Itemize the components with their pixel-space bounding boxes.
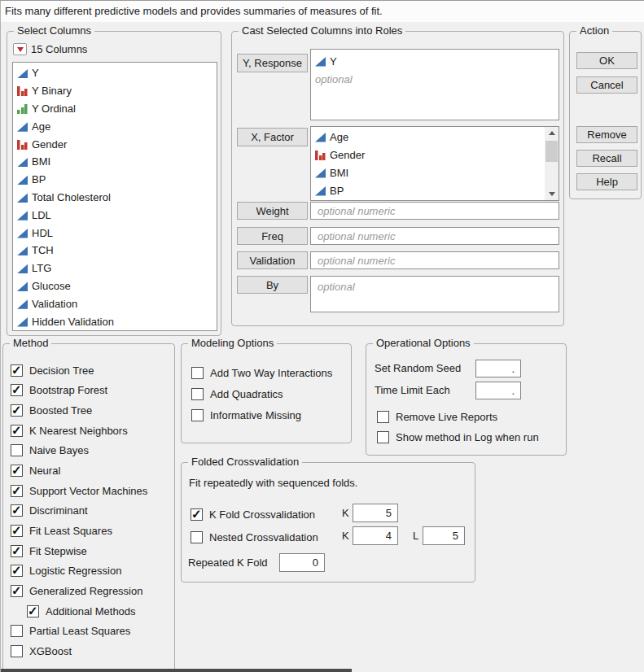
checkbox[interactable] xyxy=(11,645,23,657)
columns-list[interactable]: Y Y Binary Y Ordinal Age Gender BMI BP T… xyxy=(12,62,217,331)
checkbox[interactable] xyxy=(11,565,23,577)
checkbox[interactable] xyxy=(11,545,23,557)
time-limit-input[interactable]: . xyxy=(475,382,521,399)
checkbox[interactable] xyxy=(191,367,204,379)
column-item[interactable]: Validation xyxy=(13,295,217,312)
option-row[interactable]: Show method in Log when run xyxy=(377,431,539,443)
method-row[interactable]: Decision Tree xyxy=(11,364,147,377)
cancel-button[interactable]: Cancel xyxy=(576,76,637,94)
ok-button[interactable]: OK xyxy=(576,52,637,69)
nominal-icon xyxy=(315,150,326,160)
column-item[interactable]: Total Cholesterol xyxy=(13,189,217,207)
nested-checkbox[interactable] xyxy=(191,531,203,543)
role-item[interactable]: Y xyxy=(311,52,559,70)
option-row[interactable]: Remove Live Reports xyxy=(377,411,497,423)
checkbox[interactable] xyxy=(11,404,23,417)
kfold-row[interactable]: K Fold Crossvalidation xyxy=(191,505,315,523)
column-item[interactable]: LTG xyxy=(13,260,217,277)
column-item[interactable]: Gender xyxy=(13,135,217,153)
continuous-icon xyxy=(17,174,28,185)
column-item[interactable]: BMI xyxy=(13,153,217,171)
column-item[interactable]: LDL xyxy=(13,206,217,224)
x-factor-button[interactable]: X, Factor xyxy=(237,128,308,146)
checkbox[interactable] xyxy=(11,364,23,377)
column-item[interactable]: Y xyxy=(13,64,217,82)
column-item[interactable]: BP xyxy=(13,171,217,189)
remove-live-reports-checkbox[interactable] xyxy=(377,411,389,423)
checkbox[interactable] xyxy=(11,465,23,477)
option-row[interactable]: Add Two Way Interactions xyxy=(191,366,332,379)
checkbox[interactable] xyxy=(11,525,23,537)
continuous-icon xyxy=(315,185,326,196)
weight-input[interactable]: optional numeric xyxy=(310,202,559,220)
checkbox[interactable] xyxy=(11,625,23,637)
scroll-thumb[interactable] xyxy=(545,141,558,162)
recall-button[interactable]: Recall xyxy=(576,150,637,167)
method-row[interactable]: Discriminant xyxy=(11,504,147,517)
scrollbar[interactable] xyxy=(545,127,559,200)
method-row[interactable]: Partial Least Squares xyxy=(11,625,147,638)
validation-input[interactable]: optional numeric xyxy=(310,251,559,269)
method-row[interactable]: Boosted Tree xyxy=(11,404,147,417)
role-item[interactable]: Gender xyxy=(311,146,559,164)
column-item[interactable]: HDL xyxy=(13,224,217,242)
random-seed-input[interactable]: . xyxy=(475,360,521,377)
checkbox[interactable] xyxy=(11,425,23,437)
remove-button[interactable]: Remove xyxy=(576,126,637,143)
nested-l-label: L xyxy=(413,527,418,545)
weight-button[interactable]: Weight xyxy=(237,202,308,220)
freq-button[interactable]: Freq xyxy=(237,227,308,245)
column-item[interactable]: Hidden Validation xyxy=(13,312,217,330)
help-button[interactable]: Help xyxy=(576,173,637,190)
method-row[interactable]: Support Vector Machines xyxy=(11,484,147,497)
checkbox[interactable] xyxy=(191,409,204,421)
column-item[interactable]: Glucose xyxy=(13,277,217,295)
column-item[interactable]: TCH xyxy=(13,242,217,260)
freq-input[interactable]: optional numeric xyxy=(310,227,559,245)
method-row[interactable]: K Nearest Neighbors xyxy=(11,424,147,437)
method-row[interactable]: Generalized Regression xyxy=(11,585,147,598)
red-triangle-icon[interactable] xyxy=(13,43,27,55)
optional-placeholder: optional xyxy=(315,73,353,85)
role-item[interactable]: BMI xyxy=(311,164,559,181)
method-row[interactable]: Neural xyxy=(11,464,147,477)
nested-row[interactable]: Nested Crossvalidation xyxy=(191,528,318,546)
method-row[interactable]: XGBoost xyxy=(11,645,147,658)
method-row[interactable]: Additional Methods xyxy=(27,604,147,617)
role-item[interactable]: Age xyxy=(311,128,559,146)
checkbox[interactable] xyxy=(11,384,23,396)
repeated-kfold-input[interactable]: 0 xyxy=(279,553,325,572)
option-row[interactable]: Add Quadratics xyxy=(191,387,332,400)
checkbox[interactable] xyxy=(11,504,23,517)
show-method-log-checkbox[interactable] xyxy=(377,431,389,443)
role-item[interactable]: BP xyxy=(311,181,559,199)
nested-l-input[interactable]: 5 xyxy=(423,526,465,545)
continuous-icon xyxy=(17,121,28,132)
column-item[interactable]: Y Binary xyxy=(13,82,217,100)
y-response-button[interactable]: Y, Response xyxy=(237,54,308,72)
by-button[interactable]: By xyxy=(237,276,308,294)
nested-k-input[interactable]: 4 xyxy=(353,526,398,545)
method-row[interactable]: Logistic Regression xyxy=(11,565,147,578)
method-row[interactable]: Fit Stepwise xyxy=(11,544,147,557)
scroll-down-icon[interactable] xyxy=(545,188,559,200)
method-row[interactable]: Naive Bayes xyxy=(11,444,147,457)
y-response-box[interactable]: Y optional xyxy=(310,49,559,120)
validation-button[interactable]: Validation xyxy=(237,251,308,269)
by-input[interactable]: optional xyxy=(310,276,559,312)
checkbox[interactable] xyxy=(11,444,23,456)
columns-menu[interactable]: 15 Columns xyxy=(13,43,87,55)
kfold-checkbox[interactable] xyxy=(191,508,203,521)
checkbox[interactable] xyxy=(191,388,204,400)
x-factor-box[interactable]: Age Gender BMI BP xyxy=(310,126,559,201)
checkbox[interactable] xyxy=(27,605,39,617)
kfold-k-input[interactable]: 5 xyxy=(353,504,398,522)
checkbox[interactable] xyxy=(11,485,23,497)
scroll-up-icon[interactable] xyxy=(545,127,559,139)
column-item[interactable]: Y Ordinal xyxy=(13,100,217,118)
checkbox[interactable] xyxy=(11,585,23,597)
option-row[interactable]: Informative Missing xyxy=(191,408,332,421)
method-row[interactable]: Fit Least Squares xyxy=(11,525,147,538)
method-row[interactable]: Bootstrap Forest xyxy=(11,384,147,397)
column-item[interactable]: Age xyxy=(13,117,217,135)
